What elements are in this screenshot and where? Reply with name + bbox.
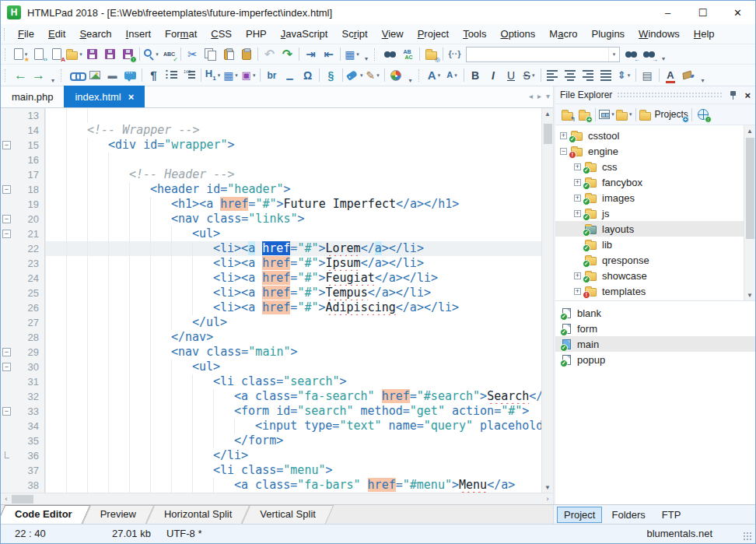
folder-menu-button[interactable]: ▾ [615,106,633,123]
code-line-18[interactable]: −18<header id="header"> [1,182,541,197]
code-line-30[interactable]: −30<ul> [1,360,541,374]
toolbar-grip[interactable] [61,69,65,82]
tree-item-images[interactable]: +✓images [555,190,744,205]
code-line-32[interactable]: 32<a class="fa-search" href="#search">Se… [1,389,541,404]
clipboard-viewer-button[interactable] [237,46,255,63]
ordered-list-button[interactable] [180,67,198,84]
dropdown-arrow-icon[interactable]: ▾ [156,51,159,58]
code-line-24[interactable]: 24<li><a href="#">Feugiat</a></li> [1,271,541,286]
expand-icon[interactable]: + [574,288,581,295]
save-and-upload-button[interactable]: ↑ [119,46,137,63]
menu-javascript[interactable]: JavaScript [274,28,335,40]
new-code-document-button[interactable]: ‹› [30,46,47,63]
tree-item-qresponse[interactable]: ✓qresponse [555,252,744,268]
menu-windows[interactable]: Windows [632,28,687,40]
code-line-37[interactable]: 37<li class="menu"> [1,463,541,478]
tab-index.html[interactable]: index.html× [64,86,145,107]
copy-button[interactable] [201,46,219,63]
projects-button[interactable]: +Projects [639,106,689,123]
find-button[interactable]: ▾ [142,46,160,63]
align-justify-button[interactable] [597,67,615,84]
tab-scroll-right-icon[interactable]: ▸ [537,92,541,100]
collapse-fold-icon[interactable]: − [2,407,11,416]
format-painter-button[interactable]: ✎▾ [364,67,382,84]
insert-script-button[interactable]: § [322,67,340,84]
editor-vertical-scrollbar[interactable]: ▲ ▼ [541,108,553,493]
file-item-form[interactable]: ✓form [555,321,755,336]
close-button[interactable]: ✕ [720,1,755,24]
quick-search-input[interactable] [467,47,608,61]
new-rich-document-button[interactable]: A [47,46,65,63]
insert-link-button[interactable] [68,67,86,84]
align-left-button[interactable] [544,67,562,84]
scroll-up-icon[interactable]: ▲ [744,125,756,136]
code-line-36[interactable]: 36</li> [1,448,541,463]
code-line-23[interactable]: 23<li><a href="#">Ipsum</a></li> [1,256,541,271]
menu-php[interactable]: PHP [239,28,274,40]
expand-icon[interactable]: + [574,179,581,186]
align-center-button[interactable] [562,67,579,84]
menu-plugins[interactable]: Plugins [584,28,632,40]
toolbar-overflow-icon[interactable]: ▾ [659,55,668,62]
panel-tab-folders[interactable]: Folders [604,507,652,523]
insert-paragraph-button[interactable]: ¶ [145,67,163,84]
layout-manager-button[interactable]: ▦▾ [343,46,361,63]
toolbar-grip[interactable] [374,48,379,61]
code-line-31[interactable]: 31<li class="search"> [1,374,541,389]
scroll-down-icon[interactable]: ▼ [542,482,554,493]
scroll-left-icon[interactable]: ‹ [1,493,12,505]
view-tab-preview[interactable]: Preview [86,505,150,524]
font-color-button[interactable]: A [662,67,680,84]
scroll-right-icon[interactable]: › [542,493,553,505]
dropdown-arrow-icon[interactable]: ▾ [218,72,221,79]
strikethrough-button[interactable]: S▾ [520,67,538,84]
menu-file[interactable]: File [11,28,41,40]
dropdown-arrow-icon[interactable]: ▾ [611,111,614,118]
menu-edit[interactable]: Edit [41,28,72,40]
code-line-15[interactable]: −15<div id="wrapper"> [1,138,541,153]
toolbar-overflow-icon[interactable]: ▾ [698,77,708,84]
menu-macro[interactable]: Macro [542,28,584,40]
file-item-popup[interactable]: ✓popup [555,352,755,367]
insert-image-button[interactable] [86,67,103,84]
toolbar-grip[interactable] [5,69,9,82]
align-right-button[interactable] [579,67,597,84]
code-line-27[interactable]: 27</ul> [1,315,541,330]
tree-item-fancybox[interactable]: +✓fancybox [555,174,744,190]
scrollbar-thumb[interactable] [746,138,754,239]
file-item-blank[interactable]: ✓blank [555,305,755,321]
pin-icon[interactable] [730,90,737,100]
code-snippets-button[interactable]: {··} [446,46,464,63]
tab-main.php[interactable]: main.php [1,86,64,107]
tab-list-icon[interactable]: ▾ [546,92,550,100]
decrease-font-button[interactable]: A▾ [443,67,461,84]
highlight-color-button[interactable] [680,67,698,84]
code-line-16[interactable]: 16 [1,153,541,167]
expand-icon[interactable]: + [574,163,581,170]
code-line-35[interactable]: 35</form> [1,433,541,448]
scrollbar-thumb[interactable] [544,124,552,144]
insert-table-button[interactable]: ▦▾ [222,67,240,84]
open-file-button[interactable]: ▾ [65,46,83,63]
add-folder-button[interactable]: + [576,106,593,123]
tree-item-layouts[interactable]: ✓layouts [555,221,744,237]
paragraph-format-button[interactable]: ▤ [639,67,656,84]
form-elements-button[interactable]: ▣▾ [240,67,257,84]
replace-button[interactable] [399,46,417,63]
insert-nbsp-button[interactable]: ▁ [281,67,299,84]
collapse-fold-icon[interactable]: − [2,363,11,371]
view-options-button[interactable]: ▾ [598,106,615,123]
menu-search[interactable]: Search [72,28,118,40]
code-line-25[interactable]: 25<li><a href="#">Tempus</a></li> [1,286,541,300]
paste-button[interactable] [219,46,237,63]
code-line-21[interactable]: −21<ul> [1,226,541,241]
find-next-button[interactable]: → [640,46,658,63]
tree-item-templates[interactable]: +!templates [555,283,744,299]
panel-tab-project[interactable]: Project [557,507,602,523]
collapse-fold-icon[interactable]: − [2,230,11,238]
combo-dropdown-icon[interactable]: ▾ [608,47,619,61]
menu-insert[interactable]: Insert [119,28,159,40]
code-line-14[interactable]: 14<!-- Wrapper --> [1,123,541,138]
heading-button[interactable]: H1▾ [204,67,222,84]
dropdown-arrow-icon[interactable]: ▾ [629,111,632,118]
